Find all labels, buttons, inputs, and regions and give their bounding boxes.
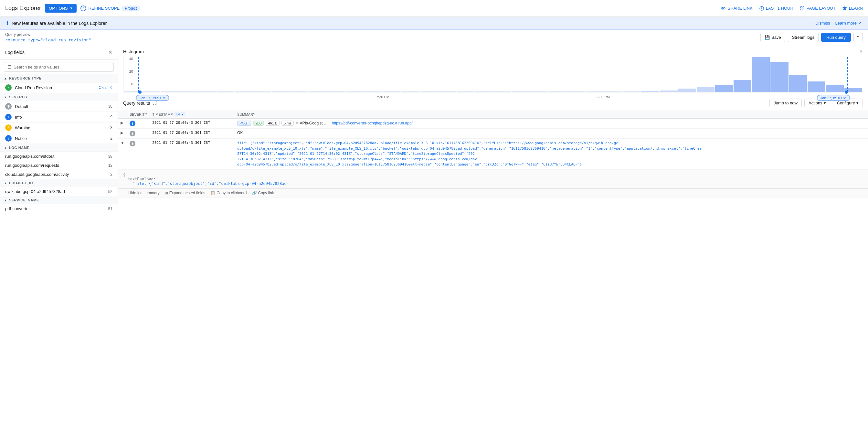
histogram-bars xyxy=(123,57,863,92)
row-expand-button[interactable]: ▶ xyxy=(118,119,127,129)
row-action-buttons: — Hide log summary ⊞ Expand nested field… xyxy=(123,191,863,195)
warning-severity-icon: ! xyxy=(5,124,12,131)
page-layout-button[interactable]: PAGE LAYOUT xyxy=(800,6,836,11)
summary-json: file: {"kind":"storage#object","id":"qwi… xyxy=(237,141,865,167)
field-notice[interactable]: i Notice 2 xyxy=(0,133,118,144)
share-link-button[interactable]: SHARE LINK xyxy=(721,6,752,11)
options-button[interactable]: OPTIONS ▼ xyxy=(45,4,76,12)
bar xyxy=(364,91,382,92)
clear-button[interactable]: Clear ✕ xyxy=(99,85,113,90)
section-log-name[interactable]: ▲ LOG NAME xyxy=(0,144,118,152)
bar xyxy=(530,91,548,92)
collapse-button[interactable]: ⌃ xyxy=(854,33,863,42)
field-requests[interactable]: run.googleapis.com/requests 12 xyxy=(0,161,118,170)
expanded-row-actions-row: — Hide log summary ⊞ Expand nested field… xyxy=(118,188,868,197)
bar xyxy=(715,85,733,92)
table-row: ▶ ✱ 2021-01-27 20:06:43.301 IST OK xyxy=(118,129,868,139)
check-icon: ✓ xyxy=(5,84,12,91)
field-stdout[interactable]: run.googleapis.com/stdout 38 xyxy=(0,152,118,161)
expand-nested-icon: ⊞ xyxy=(165,191,168,195)
top-nav-right: SHARE LINK LAST 1 HOUR PAGE LAYOUT LEARN xyxy=(721,6,863,11)
refine-scope-button[interactable]: ⊙ REFINE SCOPE Project xyxy=(81,5,140,11)
bar xyxy=(770,62,788,92)
copy-clipboard-button[interactable]: 📋 Copy to clipboard xyxy=(210,191,247,195)
bar xyxy=(235,91,253,92)
external-link-icon: ↗ xyxy=(858,21,862,26)
bar xyxy=(752,57,770,92)
bar xyxy=(697,87,714,92)
query-bar: Query preview resource.type="cloud_run_r… xyxy=(0,30,868,45)
right-panel: Histogram ✕ 40 20 0 xyxy=(118,45,868,421)
row-summary: OK xyxy=(235,129,868,139)
size-tag: 461 B xyxy=(266,121,280,126)
project-badge: Project xyxy=(122,5,140,11)
close-histogram-button[interactable]: ✕ xyxy=(859,49,863,54)
th-timestamp[interactable]: TIMESTAMP IST ▾ xyxy=(150,110,235,119)
bar xyxy=(179,91,197,92)
copy-link-button[interactable]: 🔗 Copy link xyxy=(252,191,274,195)
log-fields-title: Log fields xyxy=(5,50,25,55)
row-timestamp: 2021-01-27 20:06:43.208 IST xyxy=(150,119,235,129)
learn-more-button[interactable]: Learn more ↗ xyxy=(835,21,862,26)
hide-log-summary-button[interactable]: — Hide log summary xyxy=(123,191,160,195)
field-service-name[interactable]: pdf-converter 51 xyxy=(0,204,118,213)
time-label-mid2: 8:00 PM xyxy=(596,95,610,101)
field-cloud-run-revision[interactable]: ✓ Cloud Run Revision Clear ✕ xyxy=(0,83,118,93)
close-panel-button[interactable]: ✕ xyxy=(108,49,113,55)
bar xyxy=(567,91,585,92)
chevron-up-icon: ▲ xyxy=(4,77,7,80)
info-severity-icon: i xyxy=(130,121,135,126)
save-button[interactable]: 💾 Save xyxy=(761,33,785,42)
summary-url[interactable]: https://pdf-converter-pcnqbepdzq-uc.a.ru… xyxy=(332,121,413,125)
bar xyxy=(808,82,825,92)
section-resource-type[interactable]: ▲ RESOURCE TYPE xyxy=(0,74,118,83)
field-activity[interactable]: cloudaudit.googleapis.com/activity 2 xyxy=(0,170,118,179)
table-header: SEVERITY TIMESTAMP IST ▾ SUMMARY xyxy=(118,110,868,119)
duration-tag: 5 ms xyxy=(281,121,294,126)
bar xyxy=(328,91,345,92)
expand-icon[interactable]: ⛶ xyxy=(153,100,157,105)
section-project-id[interactable]: ▲ PROJECT_ID xyxy=(0,179,118,187)
learn-button[interactable]: LEARN xyxy=(842,6,863,11)
bar xyxy=(604,91,622,92)
field-info[interactable]: i Info 9 xyxy=(0,112,118,123)
section-service-name[interactable]: ▲ SERVICE_NAME xyxy=(0,196,118,204)
row-expand-button[interactable]: ▶ xyxy=(118,129,127,139)
save-icon: 💾 xyxy=(765,35,770,40)
bar xyxy=(420,91,438,92)
left-dashed-line xyxy=(138,57,139,92)
field-warning[interactable]: ! Warning 3 xyxy=(0,123,118,133)
row-expand-button[interactable]: ▼ xyxy=(118,139,127,170)
table-row: ▶ i 2021-01-27 20:06:43.208 IST POST 200… xyxy=(118,119,868,129)
dismiss-button[interactable]: Dismiss xyxy=(815,21,830,26)
main-layout: Log fields ✕ ☰ ▲ RESOURCE TYPE ✓ Cloud R… xyxy=(0,45,868,421)
field-project-id[interactable]: qwiklabs-gcp-04-a2d9457828ad 52 xyxy=(0,187,118,196)
summary-extra: ≡ xyxy=(296,121,298,125)
bar xyxy=(457,91,474,92)
bar xyxy=(161,91,179,92)
chevron-up-icon: ▲ xyxy=(4,146,7,150)
chevron-down-icon: ▼ xyxy=(70,6,73,10)
log-fields-header: Log fields ✕ xyxy=(0,45,118,59)
run-query-button[interactable]: Run query xyxy=(821,33,851,42)
method-tag: POST xyxy=(237,121,251,126)
histogram-x-axis: Jan 27, 7:09 PM 7:30 PM 8:00 PM Jan 27, … xyxy=(123,92,863,101)
bar xyxy=(401,91,419,92)
expand-nested-button[interactable]: ⊞ Expand nested fields xyxy=(165,191,205,195)
bar xyxy=(272,91,289,92)
last-1-hour-button[interactable]: LAST 1 HOUR xyxy=(759,6,793,11)
bar xyxy=(438,91,456,92)
row-severity: ✱ xyxy=(127,129,150,139)
field-default[interactable]: ✱ Default 38 xyxy=(0,101,118,112)
row-actions: — Hide log summary ⊞ Expand nested field… xyxy=(118,188,868,197)
section-severity[interactable]: ▲ SEVERITY xyxy=(0,93,118,101)
refine-scope-icon: ⊙ xyxy=(81,5,86,11)
banner: ℹ New features are available in the Logs… xyxy=(0,17,868,30)
bar xyxy=(623,91,641,92)
search-input[interactable] xyxy=(13,65,110,69)
clock-icon xyxy=(759,6,764,11)
stream-logs-button[interactable]: Stream logs xyxy=(788,33,818,42)
bar xyxy=(641,91,659,92)
query-code[interactable]: resource.type="cloud_run_revision" xyxy=(5,37,761,42)
search-box[interactable]: ☰ xyxy=(4,62,114,72)
